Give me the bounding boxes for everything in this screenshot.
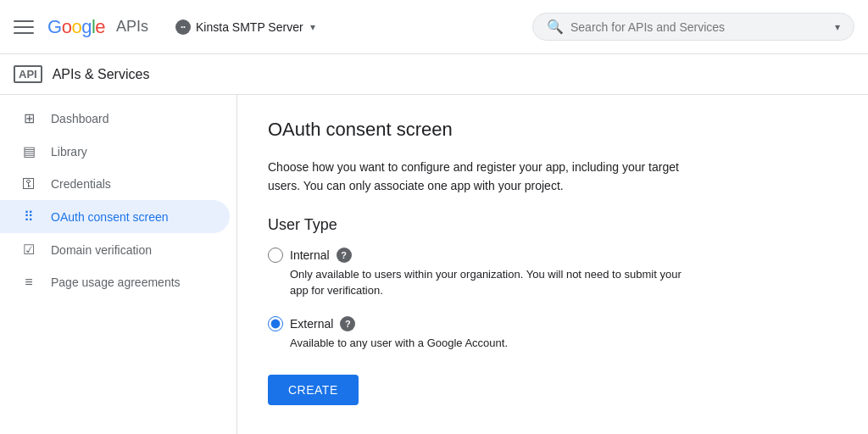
internal-help-icon[interactable]: ?: [337, 248, 352, 263]
external-help-icon[interactable]: ?: [340, 316, 355, 331]
chevron-down-icon: ▾: [310, 21, 315, 33]
page-usage-icon: ≡: [20, 275, 37, 290]
api-badge: API: [14, 65, 42, 83]
user-type-options: Internal ? Only available to users withi…: [268, 248, 837, 352]
external-label-row: External ?: [268, 316, 837, 331]
sidebar-label-credentials: Credentials: [51, 177, 111, 191]
subheader: API APIs & Services: [0, 54, 868, 95]
search-dropdown-icon[interactable]: ▾: [835, 21, 840, 33]
sidebar-item-dashboard[interactable]: ⊞ Dashboard: [0, 102, 230, 135]
sidebar-label-page-usage: Page usage agreements: [51, 275, 181, 289]
project-name: Kinsta SMTP Server: [196, 20, 303, 34]
search-input[interactable]: [570, 20, 828, 34]
sidebar-item-page-usage[interactable]: ≡ Page usage agreements: [0, 266, 230, 298]
sidebar-label-library: Library: [51, 145, 87, 159]
description-text: Choose how you want to configure and reg…: [268, 158, 709, 196]
internal-label-row: Internal ?: [268, 248, 837, 263]
oauth-icon: ⠿: [20, 209, 37, 225]
credentials-icon: ⚿: [20, 176, 37, 192]
external-option: External ? Available to any user with a …: [268, 316, 837, 352]
sidebar-item-oauth-consent[interactable]: ⠿ OAuth consent screen: [0, 200, 230, 233]
hamburger-menu-icon[interactable]: [14, 17, 34, 37]
sidebar-label-oauth: OAuth consent screen: [51, 210, 169, 224]
project-selector[interactable]: Kinsta SMTP Server ▾: [169, 16, 322, 38]
google-logo: Google: [47, 16, 105, 38]
internal-description: Only available to users within your orga…: [290, 266, 697, 299]
content-area: OAuth consent screen Choose how you want…: [237, 95, 868, 434]
apis-text: APIs: [116, 18, 148, 36]
sidebar-item-credentials[interactable]: ⚿ Credentials: [0, 168, 230, 200]
external-label[interactable]: External: [290, 317, 333, 331]
project-icon: [175, 19, 191, 35]
apis-services-title: APIs & Services: [53, 67, 150, 82]
internal-radio[interactable]: [268, 248, 283, 263]
search-bar: 🔍 ▾: [532, 13, 854, 41]
top-navigation: Google APIs Kinsta SMTP Server ▾ 🔍 ▾: [0, 0, 868, 54]
main-layout: ⊞ Dashboard ▤ Library ⚿ Credentials ⠿ OA…: [0, 95, 868, 434]
sidebar-item-library[interactable]: ▤ Library: [0, 135, 230, 168]
sidebar-label-dashboard: Dashboard: [51, 112, 109, 125]
internal-label[interactable]: Internal: [290, 248, 330, 262]
search-icon: 🔍: [547, 19, 564, 35]
external-radio[interactable]: [268, 316, 283, 331]
internal-option: Internal ? Only available to users withi…: [268, 248, 837, 299]
dashboard-icon: ⊞: [20, 110, 37, 126]
create-button[interactable]: CREATE: [268, 375, 359, 405]
page-title: OAuth consent screen: [268, 119, 837, 141]
external-description: Available to any user with a Google Acco…: [290, 335, 697, 352]
domain-icon: ☑: [20, 242, 37, 258]
sidebar-item-domain-verification[interactable]: ☑ Domain verification: [0, 233, 230, 266]
sidebar: ⊞ Dashboard ▤ Library ⚿ Credentials ⠿ OA…: [0, 95, 237, 434]
library-icon: ▤: [20, 143, 37, 159]
user-type-heading: User Type: [268, 216, 837, 234]
sidebar-label-domain: Domain verification: [51, 243, 152, 257]
